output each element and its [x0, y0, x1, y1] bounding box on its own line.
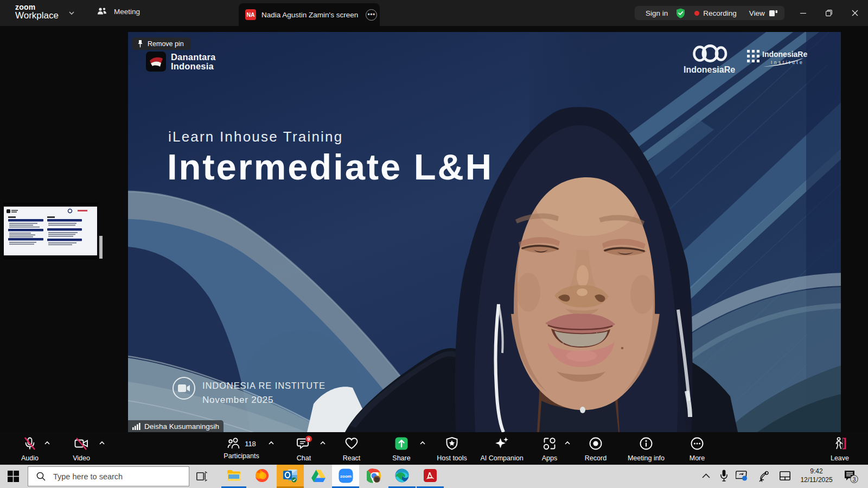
svg-text:IndonesiaRe: IndonesiaRe: [684, 65, 735, 74]
svg-text:IndonesiaRe: IndonesiaRe: [762, 50, 807, 59]
svg-text:9: 9: [307, 436, 310, 442]
svg-text:zoom: zoom: [340, 474, 352, 479]
svg-text:3: 3: [852, 476, 856, 483]
svg-text:Institute: Institute: [771, 60, 804, 65]
